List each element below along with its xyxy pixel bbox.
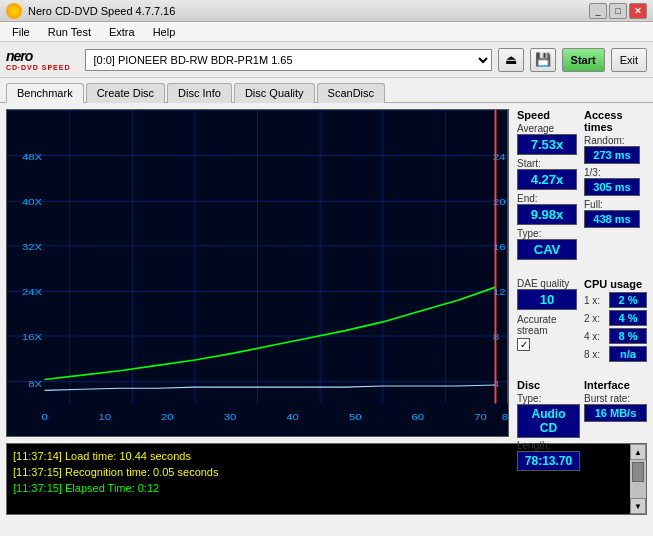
- window-controls: _ □ ✕: [589, 3, 647, 19]
- svg-text:70: 70: [474, 410, 487, 421]
- menu-run-test[interactable]: Run Test: [40, 24, 99, 40]
- benchmark-chart: 8X 16X 24X 32X 40X 48X 4 8 12 16 20 24 0…: [7, 110, 508, 436]
- svg-text:40X: 40X: [22, 195, 42, 206]
- scroll-up-button[interactable]: ▲: [630, 444, 646, 460]
- checkmark: ✓: [520, 339, 528, 350]
- svg-text:50: 50: [349, 410, 362, 421]
- start-value: 4.27x: [517, 169, 577, 190]
- logo-nero: nero: [6, 48, 71, 64]
- logo-sub: CD·DVD SPEED: [6, 64, 71, 71]
- cpu-title: CPU usage: [584, 278, 647, 290]
- tab-create-disc[interactable]: Create Disc: [86, 83, 165, 103]
- speed-access-section: Speed Average 7.53x Start: 4.27x End: 9.…: [517, 109, 647, 262]
- full-label: Full:: [584, 199, 647, 210]
- scroll-track: [630, 460, 646, 498]
- accurate-label: Accurate: [517, 314, 580, 325]
- type-value: CAV: [517, 239, 577, 260]
- cpu-4x-value: 8 %: [609, 328, 647, 344]
- log-area: [11:37:14] Load time: 10.44 seconds [11:…: [6, 443, 647, 515]
- cpu-1x-value: 2 %: [609, 292, 647, 308]
- svg-text:40: 40: [286, 410, 299, 421]
- svg-text:60: 60: [412, 410, 425, 421]
- eject-button[interactable]: ⏏: [498, 48, 524, 72]
- minimize-button[interactable]: _: [589, 3, 607, 19]
- burst-value: 16 MB/s: [584, 404, 647, 422]
- logo: nero CD·DVD SPEED: [6, 48, 71, 71]
- toolbar: nero CD·DVD SPEED [0:0] PIONEER BD-RW BD…: [0, 42, 653, 78]
- tab-disc-quality[interactable]: Disc Quality: [234, 83, 315, 103]
- menu-help[interactable]: Help: [145, 24, 184, 40]
- dae-label: DAE quality: [517, 278, 580, 289]
- type-label: Type:: [517, 228, 580, 239]
- disc-title: Disc: [517, 379, 580, 391]
- log-time-1: [11:37:14]: [13, 450, 62, 462]
- drive-selector[interactable]: [0:0] PIONEER BD-RW BDR-PR1M 1.65: [85, 49, 492, 71]
- menu-file[interactable]: File: [4, 24, 38, 40]
- log-text-1: Load time: 10.44 seconds: [65, 450, 191, 462]
- avg-label: Average: [517, 123, 580, 134]
- cpu-2x-value: 4 %: [609, 310, 647, 326]
- svg-text:0: 0: [41, 410, 47, 421]
- end-value: 9.98x: [517, 204, 577, 225]
- cpu-row-1x: 1 x: 2 %: [584, 292, 647, 308]
- main-content: 8X 16X 24X 32X 40X 48X 4 8 12 16 20 24 0…: [0, 103, 653, 443]
- random-value: 273 ms: [584, 146, 640, 164]
- accurate-stream-row: ✓: [517, 338, 580, 351]
- dae-cpu-section: DAE quality 10 Accurate stream ✓ CPU usa…: [517, 278, 647, 363]
- cpu-8x-value: n/a: [609, 346, 647, 362]
- tab-benchmark[interactable]: Benchmark: [6, 83, 84, 103]
- svg-text:24X: 24X: [22, 285, 42, 296]
- cpu-row-8x: 8 x: n/a: [584, 346, 647, 362]
- cpu-1x-label: 1 x:: [584, 295, 600, 306]
- close-button[interactable]: ✕: [629, 3, 647, 19]
- log-time-2: [11:37:15]: [13, 466, 62, 478]
- accurate-label2: stream: [517, 325, 580, 336]
- log-text-2: Recognition time: 0.05 seconds: [65, 466, 218, 478]
- interface-title: Interface: [584, 379, 647, 391]
- burst-label: Burst rate:: [584, 393, 647, 404]
- log-time-3: [11:37:15]: [13, 482, 62, 494]
- exit-button[interactable]: Exit: [611, 48, 647, 72]
- avg-value: 7.53x: [517, 134, 577, 155]
- maximize-button[interactable]: □: [609, 3, 627, 19]
- log-line-1: [11:37:14] Load time: 10.44 seconds: [13, 448, 624, 464]
- random-label: Random:: [584, 135, 647, 146]
- speed-title: Speed: [517, 109, 580, 121]
- dae-section: DAE quality 10 Accurate stream ✓: [517, 278, 580, 363]
- window-title: Nero CD-DVD Speed 4.7.7.16: [28, 5, 175, 17]
- disc-type-label: Type:: [517, 393, 580, 404]
- svg-text:32X: 32X: [22, 241, 42, 252]
- svg-text:10: 10: [98, 410, 111, 421]
- svg-text:80: 80: [502, 410, 508, 421]
- svg-text:30: 30: [224, 410, 237, 421]
- menu-extra[interactable]: Extra: [101, 24, 143, 40]
- start-button[interactable]: Start: [562, 48, 605, 72]
- chart-container: 8X 16X 24X 32X 40X 48X 4 8 12 16 20 24 0…: [6, 109, 509, 437]
- log-scrollbar: ▲ ▼: [630, 444, 646, 514]
- cpu-8x-label: 8 x:: [584, 349, 600, 360]
- tab-disc-info[interactable]: Disc Info: [167, 83, 232, 103]
- disc-type-value: Audio CD: [517, 404, 580, 438]
- app-icon: [6, 3, 22, 19]
- dae-value: 10: [517, 289, 577, 310]
- access-section: Access times Random: 273 ms 1/3: 305 ms …: [584, 109, 647, 262]
- end-label: End:: [517, 193, 580, 204]
- cpu-row-2x: 2 x: 4 %: [584, 310, 647, 326]
- cpu-section: CPU usage 1 x: 2 % 2 x: 4 % 4 x: 8 % 8 x…: [584, 278, 647, 363]
- accurate-checkbox[interactable]: ✓: [517, 338, 530, 351]
- right-panel: Speed Average 7.53x Start: 4.27x End: 9.…: [517, 109, 647, 437]
- svg-text:48X: 48X: [22, 151, 42, 162]
- log-content: [11:37:14] Load time: 10.44 seconds [11:…: [7, 444, 630, 514]
- start-label: Start:: [517, 158, 580, 169]
- tab-scan-disc[interactable]: ScanDisc: [317, 83, 385, 103]
- save-button[interactable]: 💾: [530, 48, 556, 72]
- scroll-thumb[interactable]: [632, 462, 644, 482]
- scroll-down-button[interactable]: ▼: [630, 498, 646, 514]
- cpu-2x-label: 2 x:: [584, 313, 600, 324]
- log-text-3: Elapsed Time: 0:12: [65, 482, 159, 494]
- menu-bar: File Run Test Extra Help: [0, 22, 653, 42]
- svg-text:20: 20: [161, 410, 174, 421]
- cpu-row-4x: 4 x: 8 %: [584, 328, 647, 344]
- tabs: Benchmark Create Disc Disc Info Disc Qua…: [0, 78, 653, 103]
- log-line-3: [11:37:15] Elapsed Time: 0:12: [13, 480, 624, 496]
